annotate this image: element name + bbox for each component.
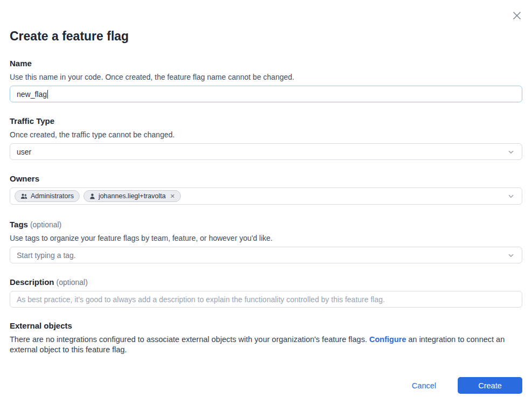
chevron-down-icon [507, 251, 515, 260]
page-title: Create a feature flag [10, 0, 522, 44]
configure-link[interactable]: Configure [369, 335, 406, 344]
traffic-type-field-group: Traffic Type Once created, the traffic t… [10, 116, 522, 160]
owners-select[interactable]: Administrators johannes.liegl+travolta ✕ [10, 187, 522, 205]
close-icon-glyph [512, 10, 522, 21]
owners-field-group: Owners Administrators [10, 174, 522, 205]
chevron-down-icon [507, 148, 515, 156]
traffic-type-select[interactable]: user [10, 143, 522, 160]
name-helper-text: Use this name in your code. Once created… [10, 72, 522, 82]
traffic-type-label: Traffic Type [10, 116, 522, 126]
owner-chip-label: Administrators [31, 192, 74, 200]
owner-chip-administrators[interactable]: Administrators [15, 190, 80, 202]
close-icon[interactable] [509, 8, 524, 23]
tags-field-group: Tags(optional) Use tags to organize your… [10, 220, 522, 263]
tags-helper-text: Use tags to organize your feature flags … [10, 233, 522, 243]
owner-chip-label: johannes.liegl+travolta [99, 192, 166, 200]
create-button[interactable]: Create [458, 377, 522, 394]
owners-label: Owners [10, 174, 522, 184]
description-label-text: Description [10, 277, 54, 287]
tags-select[interactable]: Start typing a tag. [10, 247, 522, 263]
description-optional-text: (optional) [57, 278, 88, 287]
external-objects-text: There are no integrations configured to … [10, 335, 522, 354]
owner-chip-user[interactable]: johannes.liegl+travolta ✕ [83, 190, 181, 202]
owners-chip-list: Administrators johannes.liegl+travolta ✕ [15, 190, 507, 202]
tags-label-text: Tags [10, 220, 28, 229]
name-label: Name [10, 59, 522, 68]
text-caret [47, 90, 48, 99]
external-objects-group: External objects There are no integratio… [10, 321, 522, 354]
tags-optional-text: (optional) [30, 220, 61, 229]
create-feature-flag-modal: Create a feature flag Name Use this name… [0, 0, 532, 394]
tags-label: Tags(optional) [10, 220, 522, 229]
name-field-group: Name Use this name in your code. Once cr… [10, 59, 522, 102]
remove-owner-icon[interactable]: ✕ [170, 193, 175, 199]
traffic-type-value: user [17, 148, 31, 156]
external-objects-label: External objects [10, 321, 522, 331]
name-input-value: new_flag [17, 90, 47, 99]
person-icon [89, 193, 95, 199]
description-label: Description(optional) [10, 277, 522, 287]
group-icon [20, 193, 27, 199]
cancel-button[interactable]: Cancel [412, 381, 436, 390]
external-text-before: There are no integrations configured to … [10, 335, 369, 344]
tags-placeholder: Start typing a tag. [17, 251, 76, 260]
description-input[interactable] [10, 291, 522, 308]
modal-footer: Cancel Create [10, 377, 522, 394]
traffic-type-helper-text: Once created, the traffic type cannot be… [10, 130, 522, 140]
chevron-down-icon [507, 192, 515, 200]
description-field-group: Description(optional) [10, 277, 522, 308]
name-input[interactable]: new_flag [10, 86, 522, 102]
